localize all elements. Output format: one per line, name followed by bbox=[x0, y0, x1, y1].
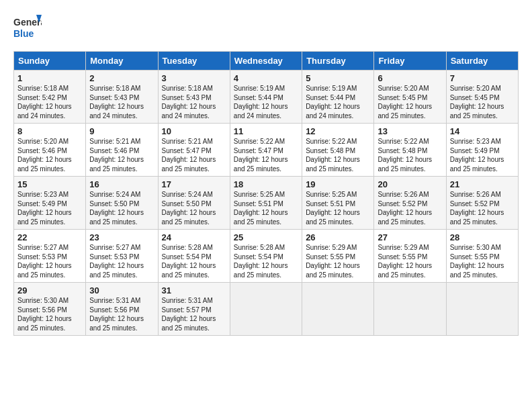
calendar-cell: 13 Sunrise: 5:22 AMSunset: 5:48 PMDaylig… bbox=[374, 124, 446, 177]
calendar-cell: 8 Sunrise: 5:20 AMSunset: 5:46 PMDayligh… bbox=[14, 124, 86, 177]
day-info: Sunrise: 5:29 AMSunset: 5:55 PMDaylight:… bbox=[306, 244, 360, 279]
day-info: Sunrise: 5:30 AMSunset: 5:55 PMDaylight:… bbox=[450, 244, 504, 279]
weekday-header: Monday bbox=[86, 52, 158, 71]
day-number: 30 bbox=[89, 285, 154, 295]
day-info: Sunrise: 5:25 AMSunset: 5:51 PMDaylight:… bbox=[306, 191, 360, 226]
day-info: Sunrise: 5:27 AMSunset: 5:53 PMDaylight:… bbox=[17, 244, 72, 279]
calendar-cell: 4 Sunrise: 5:19 AMSunset: 5:44 PMDayligh… bbox=[230, 71, 302, 124]
day-number: 11 bbox=[234, 126, 298, 136]
calendar-table: SundayMondayTuesdayWednesdayThursdayFrid… bbox=[13, 51, 519, 336]
day-info: Sunrise: 5:20 AMSunset: 5:45 PMDaylight:… bbox=[378, 85, 432, 120]
day-number: 15 bbox=[17, 179, 82, 189]
day-number: 10 bbox=[162, 126, 226, 136]
day-number: 9 bbox=[89, 126, 154, 136]
calendar-cell: 10 Sunrise: 5:21 AMSunset: 5:47 PMDaylig… bbox=[158, 124, 230, 177]
day-number: 16 bbox=[89, 179, 154, 189]
day-info: Sunrise: 5:22 AMSunset: 5:47 PMDaylight:… bbox=[234, 138, 288, 173]
day-number: 19 bbox=[306, 179, 370, 189]
calendar-cell bbox=[446, 283, 518, 336]
day-info: Sunrise: 5:26 AMSunset: 5:52 PMDaylight:… bbox=[450, 191, 504, 226]
day-info: Sunrise: 5:25 AMSunset: 5:51 PMDaylight:… bbox=[234, 191, 288, 226]
calendar-cell: 14 Sunrise: 5:23 AMSunset: 5:49 PMDaylig… bbox=[446, 124, 518, 177]
calendar-cell: 19 Sunrise: 5:25 AMSunset: 5:51 PMDaylig… bbox=[302, 177, 374, 230]
day-number: 8 bbox=[17, 126, 82, 136]
weekday-header: Wednesday bbox=[230, 52, 302, 71]
calendar-cell: 28 Sunrise: 5:30 AMSunset: 5:55 PMDaylig… bbox=[446, 230, 518, 283]
day-info: Sunrise: 5:27 AMSunset: 5:53 PMDaylight:… bbox=[89, 244, 144, 279]
day-info: Sunrise: 5:19 AMSunset: 5:44 PMDaylight:… bbox=[234, 85, 288, 120]
day-info: Sunrise: 5:20 AMSunset: 5:46 PMDaylight:… bbox=[17, 138, 72, 173]
calendar-cell: 6 Sunrise: 5:20 AMSunset: 5:45 PMDayligh… bbox=[374, 71, 446, 124]
day-info: Sunrise: 5:22 AMSunset: 5:48 PMDaylight:… bbox=[378, 138, 432, 173]
calendar-cell bbox=[230, 283, 302, 336]
calendar-cell: 12 Sunrise: 5:22 AMSunset: 5:48 PMDaylig… bbox=[302, 124, 374, 177]
calendar-cell: 3 Sunrise: 5:18 AMSunset: 5:43 PMDayligh… bbox=[158, 71, 230, 124]
weekday-header: Saturday bbox=[446, 52, 518, 71]
day-number: 13 bbox=[378, 126, 442, 136]
day-number: 31 bbox=[162, 285, 226, 295]
day-info: Sunrise: 5:18 AMSunset: 5:43 PMDaylight:… bbox=[162, 85, 216, 120]
day-number: 25 bbox=[234, 232, 298, 242]
day-number: 22 bbox=[17, 232, 82, 242]
day-number: 18 bbox=[234, 179, 298, 189]
day-number: 2 bbox=[89, 73, 154, 83]
day-info: Sunrise: 5:22 AMSunset: 5:48 PMDaylight:… bbox=[306, 138, 360, 173]
day-info: Sunrise: 5:23 AMSunset: 5:49 PMDaylight:… bbox=[450, 138, 504, 173]
day-info: Sunrise: 5:19 AMSunset: 5:44 PMDaylight:… bbox=[306, 85, 360, 120]
svg-text:General: General bbox=[13, 17, 42, 28]
calendar-cell: 9 Sunrise: 5:21 AMSunset: 5:46 PMDayligh… bbox=[86, 124, 158, 177]
calendar-cell: 18 Sunrise: 5:25 AMSunset: 5:51 PMDaylig… bbox=[230, 177, 302, 230]
day-number: 26 bbox=[306, 232, 370, 242]
weekday-header: Tuesday bbox=[158, 52, 230, 71]
calendar-cell: 7 Sunrise: 5:20 AMSunset: 5:45 PMDayligh… bbox=[446, 71, 518, 124]
calendar-cell: 16 Sunrise: 5:24 AMSunset: 5:50 PMDaylig… bbox=[86, 177, 158, 230]
day-number: 23 bbox=[89, 232, 154, 242]
calendar-cell: 25 Sunrise: 5:28 AMSunset: 5:54 PMDaylig… bbox=[230, 230, 302, 283]
day-number: 21 bbox=[450, 179, 515, 189]
calendar-week-row: 15 Sunrise: 5:23 AMSunset: 5:49 PMDaylig… bbox=[14, 177, 519, 230]
day-number: 4 bbox=[234, 73, 298, 83]
day-info: Sunrise: 5:20 AMSunset: 5:45 PMDaylight:… bbox=[450, 85, 504, 120]
calendar-week-row: 22 Sunrise: 5:27 AMSunset: 5:53 PMDaylig… bbox=[14, 230, 519, 283]
calendar-cell: 21 Sunrise: 5:26 AMSunset: 5:52 PMDaylig… bbox=[446, 177, 518, 230]
day-info: Sunrise: 5:28 AMSunset: 5:54 PMDaylight:… bbox=[162, 244, 216, 279]
calendar-cell: 31 Sunrise: 5:31 AMSunset: 5:57 PMDaylig… bbox=[158, 283, 230, 336]
day-number: 27 bbox=[378, 232, 442, 242]
day-info: Sunrise: 5:29 AMSunset: 5:55 PMDaylight:… bbox=[378, 244, 432, 279]
day-number: 1 bbox=[17, 73, 82, 83]
day-info: Sunrise: 5:21 AMSunset: 5:47 PMDaylight:… bbox=[162, 138, 216, 173]
calendar-cell: 30 Sunrise: 5:31 AMSunset: 5:56 PMDaylig… bbox=[86, 283, 158, 336]
logo: General Blue bbox=[13, 13, 42, 43]
weekday-header-row: SundayMondayTuesdayWednesdayThursdayFrid… bbox=[14, 52, 519, 71]
day-info: Sunrise: 5:24 AMSunset: 5:50 PMDaylight:… bbox=[162, 191, 216, 226]
calendar-cell: 27 Sunrise: 5:29 AMSunset: 5:55 PMDaylig… bbox=[374, 230, 446, 283]
day-info: Sunrise: 5:30 AMSunset: 5:56 PMDaylight:… bbox=[17, 297, 72, 332]
day-number: 14 bbox=[450, 126, 515, 136]
day-number: 6 bbox=[378, 73, 442, 83]
calendar-cell: 20 Sunrise: 5:26 AMSunset: 5:52 PMDaylig… bbox=[374, 177, 446, 230]
calendar-cell: 22 Sunrise: 5:27 AMSunset: 5:53 PMDaylig… bbox=[14, 230, 86, 283]
calendar-cell bbox=[374, 283, 446, 336]
calendar-week-row: 29 Sunrise: 5:30 AMSunset: 5:56 PMDaylig… bbox=[14, 283, 519, 336]
calendar-week-row: 8 Sunrise: 5:20 AMSunset: 5:46 PMDayligh… bbox=[14, 124, 519, 177]
calendar-cell: 23 Sunrise: 5:27 AMSunset: 5:53 PMDaylig… bbox=[86, 230, 158, 283]
day-number: 5 bbox=[306, 73, 370, 83]
weekday-header: Thursday bbox=[302, 52, 374, 71]
day-number: 7 bbox=[450, 73, 515, 83]
calendar-cell: 24 Sunrise: 5:28 AMSunset: 5:54 PMDaylig… bbox=[158, 230, 230, 283]
day-number: 28 bbox=[450, 232, 515, 242]
day-info: Sunrise: 5:23 AMSunset: 5:49 PMDaylight:… bbox=[17, 191, 72, 226]
calendar-cell: 1 Sunrise: 5:18 AMSunset: 5:42 PMDayligh… bbox=[14, 71, 86, 124]
day-number: 24 bbox=[162, 232, 226, 242]
calendar-cell: 5 Sunrise: 5:19 AMSunset: 5:44 PMDayligh… bbox=[302, 71, 374, 124]
calendar-week-row: 1 Sunrise: 5:18 AMSunset: 5:42 PMDayligh… bbox=[14, 71, 519, 124]
day-number: 3 bbox=[162, 73, 226, 83]
day-number: 17 bbox=[162, 179, 226, 189]
svg-text:Blue: Blue bbox=[13, 28, 34, 39]
day-info: Sunrise: 5:18 AMSunset: 5:43 PMDaylight:… bbox=[89, 85, 144, 120]
weekday-header: Friday bbox=[374, 52, 446, 71]
calendar-cell: 2 Sunrise: 5:18 AMSunset: 5:43 PMDayligh… bbox=[86, 71, 158, 124]
day-info: Sunrise: 5:21 AMSunset: 5:46 PMDaylight:… bbox=[89, 138, 144, 173]
day-number: 20 bbox=[378, 179, 442, 189]
day-info: Sunrise: 5:24 AMSunset: 5:50 PMDaylight:… bbox=[89, 191, 144, 226]
